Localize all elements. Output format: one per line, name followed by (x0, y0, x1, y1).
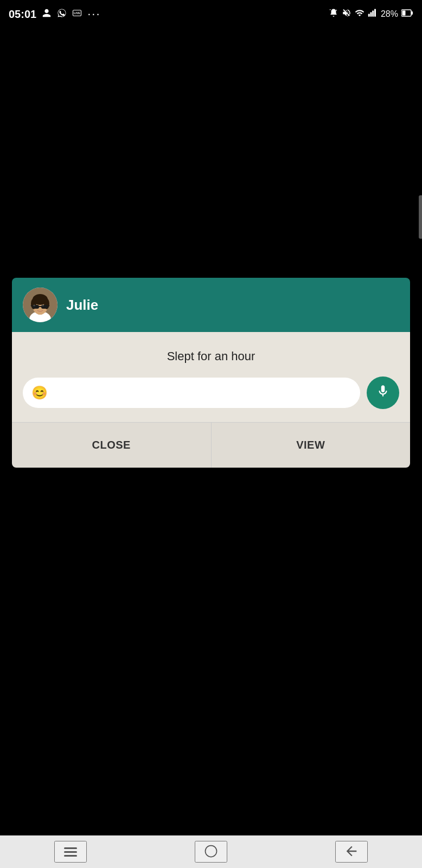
home-button[interactable] (195, 841, 227, 863)
recent-apps-button[interactable] (54, 841, 87, 863)
svg-text:LIVE: LIVE (74, 11, 80, 15)
notification-actions: CLOSE VIEW (12, 422, 410, 468)
scroll-indicator (419, 195, 422, 239)
alarm-icon (329, 8, 338, 20)
svg-rect-4 (372, 11, 374, 17)
input-wrapper: 😊 (23, 378, 360, 408)
reply-input[interactable] (23, 378, 360, 408)
svg-point-21 (33, 305, 35, 307)
contact-name: Julie (66, 297, 98, 314)
person-icon (42, 8, 52, 20)
notification-body: Slept for an hour 😊 (12, 332, 410, 422)
back-icon (344, 844, 359, 860)
whatsapp-icon (57, 8, 67, 20)
home-icon (203, 844, 219, 860)
input-row: 😊 (23, 376, 399, 409)
back-button[interactable] (335, 841, 368, 863)
signal-icon (368, 8, 378, 20)
close-button[interactable]: CLOSE (12, 423, 212, 468)
mic-button[interactable] (367, 376, 399, 409)
microphone-icon (376, 384, 390, 402)
notification-message: Slept for an hour (23, 349, 399, 363)
svg-rect-7 (402, 11, 406, 16)
more-icon: ··· (87, 7, 100, 21)
status-time: 05:01 (9, 8, 36, 21)
status-bar: 05:01 LIVE ··· (0, 0, 422, 28)
svg-rect-3 (370, 12, 372, 17)
view-button[interactable]: VIEW (212, 423, 411, 468)
recent-apps-icon (64, 847, 77, 857)
battery-percent: 28% (381, 9, 398, 19)
status-left: 05:01 LIVE ··· (9, 7, 101, 21)
nav-bar (0, 835, 422, 868)
svg-rect-5 (374, 9, 376, 17)
mute-icon (342, 8, 351, 20)
svg-rect-2 (368, 14, 370, 17)
notification-card: Julie Slept for an hour 😊 CLOSE VIEW (12, 278, 410, 468)
wifi-icon (355, 8, 365, 20)
svg-point-23 (205, 845, 216, 857)
battery-icon (401, 9, 413, 19)
live-icon: LIVE (72, 8, 82, 20)
avatar (23, 288, 57, 322)
svg-rect-8 (411, 11, 413, 15)
notification-header: Julie (12, 278, 410, 332)
svg-point-22 (42, 305, 44, 307)
status-right: 28% (329, 8, 413, 20)
